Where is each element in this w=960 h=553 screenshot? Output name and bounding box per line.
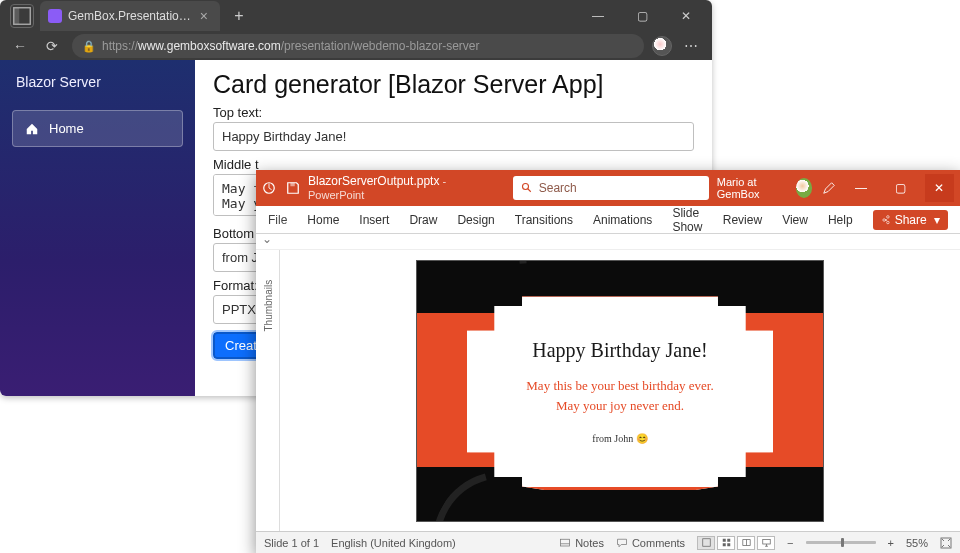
- tab-slideshow[interactable]: Slide Show: [672, 206, 702, 234]
- tab-design[interactable]: Design: [457, 213, 494, 227]
- slide-title: Happy Birthday Jane!: [532, 339, 708, 362]
- pp-body: Thumbnails Happy Birthday Jane! May this…: [256, 250, 960, 531]
- back-button[interactable]: ←: [8, 38, 32, 54]
- slide-middle: May this be your best birthday ever.May …: [526, 376, 713, 415]
- normal-view-icon[interactable]: [697, 536, 715, 550]
- zoom-in-icon[interactable]: +: [888, 537, 894, 549]
- tab-animations[interactable]: Animations: [593, 213, 652, 227]
- sidebar-item-home[interactable]: Home: [12, 110, 183, 147]
- svg-rect-10: [722, 543, 725, 546]
- slide-canvas[interactable]: Happy Birthday Jane! May this be your be…: [280, 250, 960, 531]
- sorter-view-icon[interactable]: [717, 536, 735, 550]
- slide-counter: Slide 1 of 1: [264, 537, 319, 549]
- svg-rect-7: [702, 539, 710, 547]
- slide-bottom: from John 😊: [592, 433, 647, 444]
- tab-bar: GemBox.Presentation in Blazor a × + ― ▢ …: [0, 0, 712, 32]
- pp-titlebar-right: Mario at GemBox ― ▢ ✕: [717, 174, 954, 202]
- search-icon: [521, 182, 533, 194]
- share-button[interactable]: Share ▾: [873, 210, 948, 230]
- more-menu-icon[interactable]: ⋯: [680, 38, 704, 54]
- profile-avatar[interactable]: [652, 36, 672, 56]
- slide: Happy Birthday Jane! May this be your be…: [417, 261, 823, 521]
- tab-view[interactable]: View: [782, 213, 808, 227]
- zoom-slider[interactable]: [806, 541, 876, 544]
- language-status[interactable]: English (United Kingdom): [331, 537, 456, 549]
- close-button[interactable]: ✕: [664, 1, 708, 31]
- reading-view-icon[interactable]: [737, 536, 755, 550]
- quick-access-toolbar: [262, 181, 300, 195]
- zoom-out-icon[interactable]: −: [787, 537, 793, 549]
- url-scheme: https://: [102, 39, 138, 53]
- window-controls: ― ▢ ✕: [576, 1, 708, 31]
- tab-insert[interactable]: Insert: [359, 213, 389, 227]
- zoom-level[interactable]: 55%: [906, 537, 928, 549]
- url-host: www.gemboxsoftware.com: [138, 39, 281, 53]
- pp-maximize-button[interactable]: ▢: [886, 174, 915, 202]
- pen-icon[interactable]: [822, 181, 836, 195]
- minimize-button[interactable]: ―: [576, 1, 620, 31]
- pp-close-button[interactable]: ✕: [925, 174, 954, 202]
- tab-transitions[interactable]: Transitions: [515, 213, 573, 227]
- powerpoint-window: BlazorServerOutput.pptx - PowerPoint Sea…: [256, 170, 960, 553]
- app-brand: Blazor Server: [0, 60, 195, 104]
- address-row: ← ⟳ 🔒 https://www.gemboxsoftware.com/pre…: [0, 32, 712, 60]
- page-title: Card generator [Blazor Server App]: [213, 70, 694, 99]
- svg-rect-12: [762, 540, 770, 545]
- pp-user-avatar[interactable]: [796, 178, 812, 198]
- browser-chrome: GemBox.Presentation in Blazor a × + ― ▢ …: [0, 0, 712, 60]
- svg-point-4: [522, 184, 528, 190]
- thumbnails-label: Thumbnails: [263, 308, 274, 332]
- tab-title: GemBox.Presentation in Blazor a: [68, 9, 194, 23]
- status-bar: Slide 1 of 1 English (United Kingdom) No…: [256, 531, 960, 553]
- top-text-label: Top text:: [213, 105, 694, 120]
- fit-to-window-icon[interactable]: [940, 537, 952, 549]
- top-text-input[interactable]: [213, 122, 694, 151]
- pp-titlebar: BlazorServerOutput.pptx - PowerPoint Sea…: [256, 170, 960, 206]
- tab-actions-icon[interactable]: [10, 4, 34, 28]
- url-path: /presentation/webdemo-blazor-server: [281, 39, 480, 53]
- svg-rect-8: [722, 539, 725, 542]
- tab-help[interactable]: Help: [828, 213, 853, 227]
- save-icon[interactable]: [286, 181, 300, 195]
- slideshow-view-icon[interactable]: [757, 536, 775, 550]
- collapse-ribbon-icon[interactable]: ⌄: [262, 232, 272, 246]
- maximize-button[interactable]: ▢: [620, 1, 664, 31]
- ribbon-tabs: File Home Insert Draw Design Transitions…: [256, 206, 960, 234]
- plaque: Happy Birthday Jane! May this be your be…: [467, 297, 773, 487]
- pp-search-placeholder: Search: [539, 181, 577, 195]
- notes-toggle[interactable]: Notes: [559, 537, 604, 549]
- svg-rect-9: [727, 539, 730, 542]
- address-bar[interactable]: 🔒 https://www.gemboxsoftware.com/present…: [72, 34, 644, 58]
- svg-rect-11: [727, 543, 730, 546]
- smile-icon: 😊: [636, 433, 648, 444]
- thumbnail-pane[interactable]: Thumbnails: [256, 250, 280, 531]
- autosave-icon[interactable]: [262, 181, 276, 195]
- svg-rect-3: [290, 183, 294, 187]
- svg-rect-1: [14, 8, 20, 25]
- tab-draw[interactable]: Draw: [409, 213, 437, 227]
- pp-filename: BlazorServerOutput.pptx - PowerPoint: [308, 174, 477, 202]
- home-icon: [25, 122, 39, 136]
- svg-rect-5: [561, 539, 570, 546]
- app-sidebar: Blazor Server Home: [0, 60, 195, 396]
- ribbon-collapsed: ⌄: [256, 234, 960, 250]
- tab-home[interactable]: Home: [307, 213, 339, 227]
- tab-file[interactable]: File: [268, 213, 287, 227]
- sidebar-item-label: Home: [49, 121, 84, 136]
- new-tab-button[interactable]: +: [226, 3, 252, 29]
- pp-minimize-button[interactable]: ―: [846, 174, 875, 202]
- comments-toggle[interactable]: Comments: [616, 537, 685, 549]
- lock-icon: 🔒: [82, 40, 96, 53]
- pp-user-name: Mario at GemBox: [717, 176, 786, 200]
- browser-tab[interactable]: GemBox.Presentation in Blazor a ×: [40, 1, 220, 31]
- refresh-button[interactable]: ⟳: [40, 38, 64, 54]
- tab-close-icon[interactable]: ×: [200, 8, 208, 24]
- pp-search-box[interactable]: Search: [513, 176, 709, 200]
- view-buttons: [697, 536, 775, 550]
- tab-favicon: [48, 9, 62, 23]
- tab-review[interactable]: Review: [723, 213, 762, 227]
